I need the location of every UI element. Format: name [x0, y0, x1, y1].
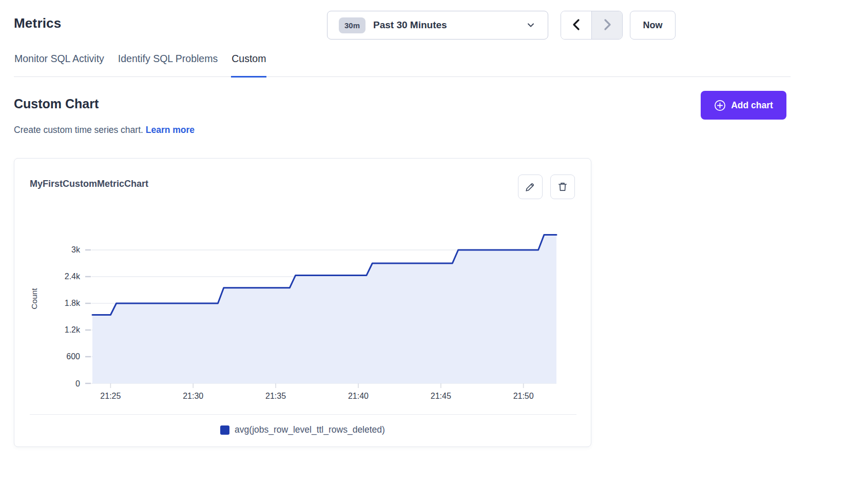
svg-text:1.2k: 1.2k	[65, 325, 81, 334]
tab-identify-sql-problems[interactable]: Identify SQL Problems	[118, 52, 218, 77]
legend-color-swatch	[220, 425, 229, 435]
svg-text:2.4k: 2.4k	[65, 272, 81, 281]
pencil-icon	[525, 181, 536, 192]
chevron-down-icon	[526, 21, 535, 30]
svg-text:21:30: 21:30	[183, 392, 203, 400]
add-chart-button[interactable]: Add chart	[701, 91, 786, 120]
legend-series-label: avg(jobs_row_level_ttl_rows_deleted)	[235, 424, 385, 435]
section-subtitle: Create custom time series chart. Learn m…	[14, 125, 195, 135]
card-divider	[30, 414, 576, 415]
page-title: Metrics	[14, 15, 61, 31]
chart-legend: avg(jobs_row_level_ttl_rows_deleted)	[14, 424, 591, 435]
chevron-right-icon	[602, 18, 612, 32]
time-next-button[interactable]	[591, 11, 622, 39]
svg-text:21:35: 21:35	[265, 392, 286, 400]
svg-text:21:25: 21:25	[100, 392, 121, 400]
tab-bar: Monitor SQL Activity Identify SQL Proble…	[14, 52, 791, 77]
time-prev-button[interactable]	[561, 11, 591, 39]
custom-chart-card: MyFirstCustomMetricChart 06001.2k1.8k2.4…	[14, 158, 591, 447]
trash-icon	[557, 181, 568, 192]
svg-text:21:50: 21:50	[513, 392, 534, 400]
svg-text:0: 0	[75, 379, 80, 388]
svg-text:Count: Count	[30, 288, 38, 309]
plus-circle-icon	[714, 100, 726, 111]
add-chart-label: Add chart	[731, 100, 773, 111]
tab-monitor-sql-activity[interactable]: Monitor SQL Activity	[14, 52, 105, 77]
tab-custom[interactable]: Custom	[231, 52, 266, 77]
svg-text:21:45: 21:45	[431, 392, 451, 400]
time-range-label: Past 30 Minutes	[373, 20, 447, 31]
time-range-badge: 30m	[339, 17, 365, 33]
metrics-page: Metrics 30m Past 30 Minutes Now Monitor …	[0, 0, 847, 504]
edit-chart-button[interactable]	[518, 175, 543, 199]
learn-more-link[interactable]: Learn more	[146, 125, 195, 135]
trash-icon-button[interactable]	[550, 175, 575, 199]
section-title: Custom Chart	[14, 96, 99, 111]
time-nav-group	[561, 11, 623, 40]
now-button[interactable]: Now	[630, 11, 676, 40]
svg-text:1.8k: 1.8k	[65, 299, 81, 307]
time-range-selector[interactable]: 30m Past 30 Minutes	[327, 11, 548, 40]
custom-chart-svg: 06001.2k1.8k2.4k3k21:2521:3021:3521:4021…	[30, 219, 564, 404]
svg-text:3k: 3k	[71, 245, 81, 254]
chevron-left-icon	[571, 18, 582, 32]
section-subtitle-text: Create custom time series chart.	[14, 125, 143, 135]
svg-text:600: 600	[66, 352, 80, 361]
chart-title: MyFirstCustomMetricChart	[30, 179, 148, 189]
svg-text:21:40: 21:40	[348, 392, 369, 400]
